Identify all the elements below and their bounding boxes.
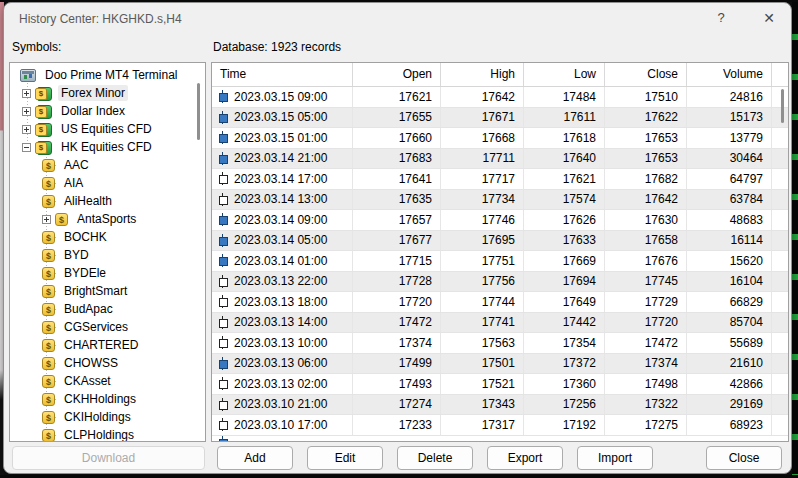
edit-button[interactable]: Edit — [307, 446, 383, 470]
high-cell: 17317 — [441, 415, 524, 435]
time-cell: 2023.03.13 18:00 — [212, 292, 353, 312]
open-cell: 17274 — [353, 395, 441, 415]
tree-item[interactable]: CLPHoldings — [10, 426, 205, 442]
time-value: 2023.03.10 17:00 — [234, 418, 327, 432]
history-row[interactable]: 2023.03.13 02:00 17493 17521 17360 17498… — [212, 374, 788, 395]
high-cell: 17717 — [441, 169, 524, 189]
close-icon[interactable]: ✕ — [757, 8, 781, 28]
candle-icon — [218, 418, 227, 431]
high-cell: 17695 — [441, 231, 524, 251]
open-cell: 17493 — [353, 374, 441, 394]
volume-cell: 64797 — [687, 169, 772, 189]
history-row[interactable]: 2023.03.14 09:00 17657 17746 17626 17630… — [212, 210, 788, 231]
row-gutter — [772, 190, 788, 210]
tree-item[interactable]: BrightSmart — [10, 282, 205, 300]
high-cell: 17746 — [441, 210, 524, 230]
candle-icon — [218, 111, 227, 124]
low-cell: 17256 — [524, 395, 605, 415]
symbol-icon — [42, 393, 55, 406]
tree-item[interactable]: Dollar Index — [10, 102, 205, 120]
tree-item[interactable]: CKAsset — [10, 372, 205, 390]
row-gutter — [772, 231, 788, 251]
symbol-icon — [42, 159, 55, 172]
column-header-high[interactable]: High — [441, 63, 524, 86]
symbol-icon — [42, 285, 55, 298]
tree-item-label: CKIHoldings — [61, 409, 134, 425]
history-row[interactable]: 2023.03.13 06:00 17499 17501 17372 17374… — [212, 354, 788, 375]
open-cell: 17683 — [353, 149, 441, 169]
tree-item-label: AntaSports — [74, 211, 139, 227]
tree-item-label: CGServices — [61, 319, 131, 335]
tree-item-label: CLPHoldings — [61, 427, 137, 442]
tree-item[interactable]: BYD — [10, 246, 205, 264]
candle-icon — [218, 172, 227, 185]
tree-item[interactable]: BudApac — [10, 300, 205, 318]
tree-item[interactable]: BYDEle — [10, 264, 205, 282]
table-header-row: Time Open High Low Close Volume — [212, 63, 788, 87]
column-header-low[interactable]: Low — [524, 63, 605, 86]
tree-item[interactable]: CHARTERED — [10, 336, 205, 354]
history-row[interactable]: 2023.03.10 21:00 17274 17343 17256 17322… — [212, 395, 788, 416]
symbol-icon — [35, 141, 52, 154]
column-header-volume[interactable]: Volume — [687, 63, 772, 86]
tree-item-label: CHARTERED — [61, 337, 141, 353]
add-button[interactable]: Add — [217, 446, 293, 470]
expander-icon[interactable] — [22, 143, 31, 152]
tree-item[interactable]: AAC — [10, 156, 205, 174]
import-button[interactable]: Import — [577, 446, 653, 470]
delete-button[interactable]: Delete — [397, 446, 473, 470]
tree-item[interactable]: AntaSports — [10, 210, 205, 228]
table-scrollbar-thumb[interactable] — [781, 89, 784, 123]
candle-icon — [218, 316, 227, 329]
expander-icon[interactable] — [22, 89, 31, 98]
tree-item[interactable]: US Equities CFD — [10, 120, 205, 138]
expander-icon[interactable] — [22, 125, 31, 134]
row-gutter — [772, 169, 788, 189]
tree-item[interactable]: Forex Minor — [10, 84, 205, 102]
volume-cell: 29169 — [687, 395, 772, 415]
tree-item[interactable]: Doo Prime MT4 Terminal — [10, 66, 205, 84]
history-row[interactable]: 2023.03.13 18:00 17720 17744 17649 17729… — [212, 292, 788, 313]
tree-item[interactable]: CGServices — [10, 318, 205, 336]
title-bar[interactable]: History Center: HKGHKD.s,H4 ? ✕ — [4, 3, 791, 33]
history-row[interactable]: 2023.03.14 17:00 17641 17717 17621 17682… — [212, 169, 788, 190]
history-row[interactable]: 2023.03.15 09:00 17621 17642 17484 17510… — [212, 87, 788, 108]
close-button[interactable]: Close — [706, 446, 782, 470]
tree-scrollbar-thumb[interactable] — [197, 83, 200, 140]
history-row[interactable]: 2023.03.15 01:00 17660 17668 17618 17653… — [212, 128, 788, 149]
tree-item[interactable]: AliHealth — [10, 192, 205, 210]
row-gutter — [772, 313, 788, 333]
tree-item[interactable]: CHOWSS — [10, 354, 205, 372]
history-row[interactable]: 2023.03.13 22:00 17728 17756 17694 17745… — [212, 272, 788, 293]
symbol-icon — [42, 249, 55, 262]
history-row[interactable]: 2023.03.15 05:00 17655 17671 17611 17622… — [212, 108, 788, 129]
history-row[interactable]: 2023.03.14 21:00 17683 17711 17640 17653… — [212, 149, 788, 170]
tree-item-label: CHOWSS — [61, 355, 121, 371]
tree-item[interactable]: BOCHK — [10, 228, 205, 246]
help-icon[interactable]: ? — [709, 8, 733, 28]
history-row[interactable]: 2023.03.14 05:00 17677 17695 17633 17658… — [212, 231, 788, 252]
expander-icon[interactable] — [42, 215, 51, 224]
history-row[interactable]: 2023.03.13 14:00 17472 17741 17442 17720… — [212, 313, 788, 334]
time-cell: 2023.03.13 10:00 — [212, 333, 353, 353]
high-cell: 17741 — [441, 313, 524, 333]
export-button[interactable]: Export — [487, 446, 563, 470]
history-row[interactable]: 2023.03.14 13:00 17635 17734 17574 17642… — [212, 190, 788, 211]
time-cell: 2023.03.14 21:00 — [212, 149, 353, 169]
row-gutter — [772, 128, 788, 148]
column-header-close[interactable]: Close — [605, 63, 687, 86]
symbol-icon — [42, 411, 55, 424]
expander-icon[interactable] — [22, 107, 31, 116]
column-header-time[interactable]: Time — [212, 63, 353, 86]
tree-item[interactable]: CKIHoldings — [10, 408, 205, 426]
tree-item[interactable]: CKHHoldings — [10, 390, 205, 408]
tree-item-label: AAC — [61, 157, 92, 173]
history-row[interactable]: 2023.03.14 01:00 17715 17751 17669 17676… — [212, 251, 788, 272]
history-row[interactable]: 2023.03.10 17:00 17233 17317 17192 17275… — [212, 415, 788, 436]
tree-item[interactable]: AIA — [10, 174, 205, 192]
column-header-open[interactable]: Open — [353, 63, 441, 86]
tree-item-label: Forex Minor — [58, 85, 128, 101]
candle-icon — [218, 131, 227, 144]
tree-item[interactable]: HK Equities CFD — [10, 138, 205, 156]
history-row[interactable]: 2023.03.13 10:00 17374 17563 17354 17472… — [212, 333, 788, 354]
